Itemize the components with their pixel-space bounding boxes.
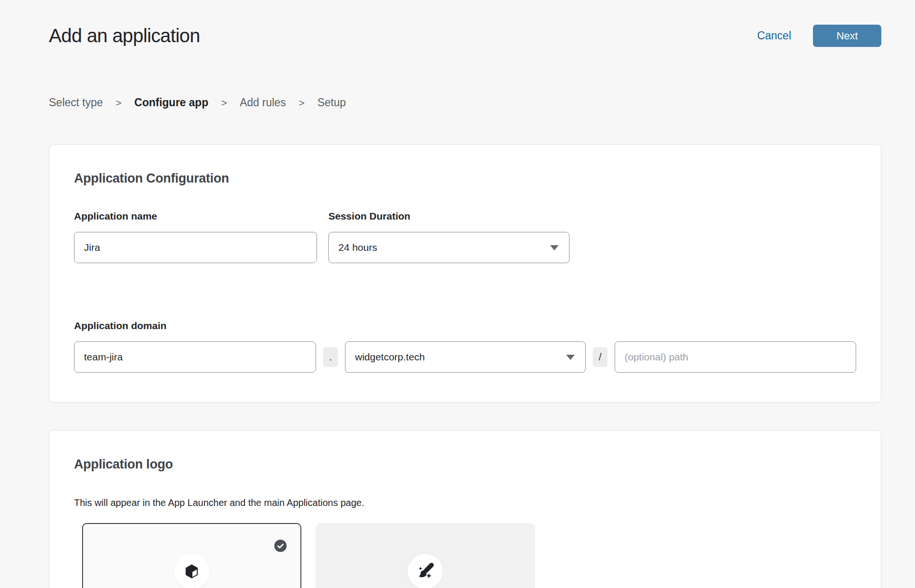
logo-options: [82, 523, 856, 588]
selected-check-icon: [274, 540, 287, 552]
logo-option-default[interactable]: [82, 523, 301, 588]
application-name-input[interactable]: [74, 232, 317, 263]
breadcrumb-step-configure-app[interactable]: Configure app: [134, 96, 208, 109]
application-logo-heading: Application logo: [74, 457, 856, 472]
breadcrumb-separator: >: [116, 97, 121, 109]
breadcrumb-step-setup[interactable]: Setup: [317, 96, 346, 109]
breadcrumb: Select type > Configure app > Add rules …: [49, 96, 881, 109]
chevron-down-icon: [550, 245, 559, 250]
custom-logo-circle: [408, 554, 443, 588]
chevron-down-icon: [566, 355, 575, 360]
session-duration-value: 24 hours: [338, 242, 377, 253]
breadcrumb-step-select-type[interactable]: Select type: [49, 96, 103, 109]
subdomain-input[interactable]: [74, 341, 316, 373]
paintbrush-icon: [415, 561, 435, 581]
cancel-button[interactable]: Cancel: [757, 29, 791, 42]
breadcrumb-separator: >: [221, 97, 227, 109]
cube-icon: [183, 563, 200, 580]
application-logo-description: This will appear in the App Launcher and…: [74, 497, 856, 508]
application-domain-row: . widgetcorp.tech /: [74, 341, 856, 373]
domain-select[interactable]: widgetcorp.tech: [345, 341, 586, 373]
logo-option-custom[interactable]: [316, 523, 535, 588]
application-logo-card: Application logo This will appear in the…: [49, 430, 881, 588]
header-actions: Cancel Next: [757, 25, 881, 47]
application-domain-label: Application domain: [74, 320, 856, 331]
dot-separator: .: [323, 347, 338, 367]
default-logo-circle: [174, 554, 209, 588]
session-duration-select[interactable]: 24 hours: [328, 232, 570, 263]
slash-separator: /: [593, 347, 607, 367]
application-name-field: Application name: [74, 211, 317, 263]
session-duration-label: Session Duration: [328, 211, 570, 222]
session-duration-field: Session Duration 24 hours: [328, 211, 570, 263]
application-configuration-heading: Application Configuration: [74, 171, 856, 186]
domain-select-value: widgetcorp.tech: [355, 351, 425, 363]
next-button[interactable]: Next: [813, 25, 881, 47]
breadcrumb-separator: >: [299, 97, 304, 109]
application-domain-section: Application domain . widgetcorp.tech /: [74, 320, 856, 373]
page-header: Add an application Cancel Next: [49, 25, 881, 47]
add-application-page: Add an application Cancel Next Select ty…: [0, 25, 915, 588]
application-configuration-card: Application Configuration Application na…: [49, 144, 881, 403]
application-name-label: Application name: [74, 211, 317, 222]
page-title: Add an application: [49, 25, 200, 46]
path-input[interactable]: [615, 341, 856, 373]
breadcrumb-step-add-rules[interactable]: Add rules: [240, 96, 286, 109]
name-session-row: Application name Session Duration 24 hou…: [74, 211, 856, 263]
